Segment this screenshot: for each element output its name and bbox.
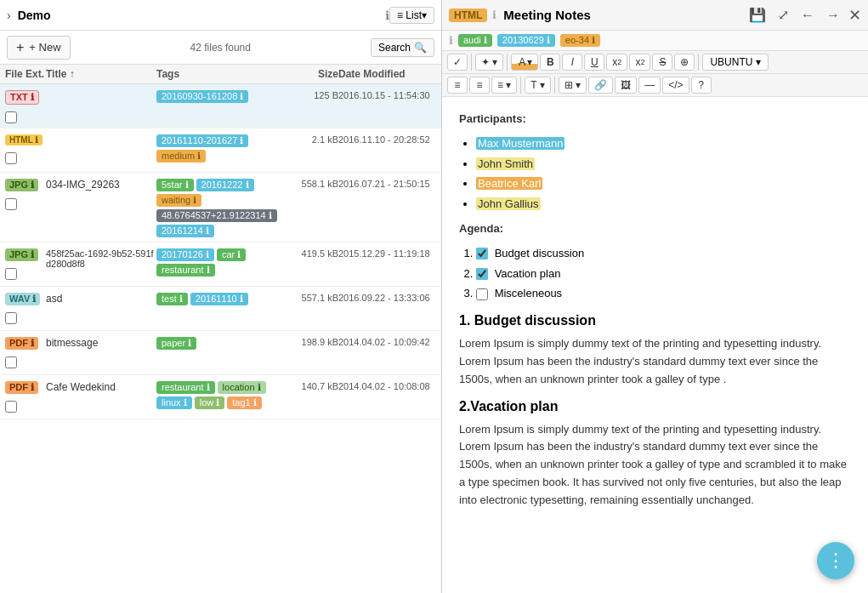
list-item: Budget discussion xyxy=(476,245,851,263)
cell-ext: TXT ℹ xyxy=(5,88,46,123)
cell-size: 419.5 kB xyxy=(287,247,338,259)
tag-badge[interactable]: 20161214 ℹ xyxy=(156,225,214,237)
search-area[interactable]: Search 🔍 xyxy=(371,38,434,57)
agenda-item-label: Budget discussion xyxy=(495,247,585,259)
superscript-button[interactable]: x2 xyxy=(606,54,627,71)
html-badge[interactable]: HTML xyxy=(449,9,487,22)
ordered-list-button[interactable]: ≡ xyxy=(469,77,490,94)
col-title-header[interactable]: Title ↑ xyxy=(46,68,156,80)
list-item: Misceleneous xyxy=(476,285,851,303)
forward-icon[interactable]: → xyxy=(823,6,843,25)
tag-badge[interactable]: tag1 ℹ xyxy=(227,396,261,409)
align-button[interactable]: ≡ ▾ xyxy=(491,77,517,94)
table-button[interactable]: ⊞ ▾ xyxy=(559,77,587,94)
tag-badge[interactable]: location ℹ xyxy=(218,381,266,394)
info-icon-right[interactable]: ℹ xyxy=(492,9,496,21)
table-row: HTML ℹ 20161110-201627 ℹ medium ℹ 2.1 kB… xyxy=(0,128,441,173)
row-checkbox[interactable] xyxy=(5,111,17,123)
participants-list: Max Mustermann John Smith Beatrice Karl … xyxy=(459,135,851,214)
editor-area[interactable]: Participants: Max Mustermann John Smith … xyxy=(442,97,868,593)
doc-info-icon[interactable]: ℹ xyxy=(449,34,453,47)
tag-date[interactable]: 20130629 ℹ xyxy=(497,34,555,47)
agenda-checkbox[interactable] xyxy=(476,268,488,280)
agenda-label: Agenda: xyxy=(459,220,851,238)
close-button[interactable]: ✕ xyxy=(848,6,861,25)
file-list: TXT ℹ 20160930-161208 ℹ 125 B 2016.10.15… xyxy=(0,84,441,593)
tag-badge[interactable]: 20161110 ℹ xyxy=(190,293,248,305)
cell-date: 2015.12.29 - 11:19:18 xyxy=(338,247,436,259)
back-icon[interactable]: ← xyxy=(797,6,818,25)
new-button[interactable]: + + New xyxy=(7,36,71,60)
tag-badge[interactable]: low ℹ xyxy=(195,396,225,409)
ext-badge[interactable]: PDF ℹ xyxy=(5,381,38,394)
formatting-toolbar-2: ≡ ≡ ≡ ▾ T ▾ ⊞ ▾ 🔗 🖼 — </> ? xyxy=(442,74,868,97)
subscript-button[interactable]: x2 xyxy=(629,54,650,71)
underline-button[interactable]: U xyxy=(584,54,604,71)
row-checkbox[interactable] xyxy=(5,152,17,164)
tag-badge[interactable]: medium ℹ xyxy=(156,150,206,163)
tag-badge[interactable]: 20170126 ℹ xyxy=(156,248,214,261)
tag-badge[interactable]: car ℹ xyxy=(217,248,246,261)
fab-button[interactable]: ⋮ xyxy=(817,542,854,579)
font-size-button[interactable]: T ▾ xyxy=(525,77,550,94)
document-tags: ℹ audi ℹ 20130629 ℹ eo-34 ℹ xyxy=(442,31,868,51)
row-checkbox[interactable] xyxy=(5,401,17,413)
expand-icon[interactable]: › xyxy=(7,9,11,22)
cell-ext: PDF ℹ xyxy=(5,379,46,413)
link-button[interactable]: 🔗 xyxy=(588,77,613,94)
col-ext-header: File Ext. xyxy=(5,68,46,80)
ext-badge[interactable]: JPG ℹ xyxy=(5,179,38,191)
italic-button[interactable]: I xyxy=(562,54,582,71)
magic-button[interactable]: ✦ ▾ xyxy=(475,54,503,71)
tag-badge[interactable]: test ℹ xyxy=(156,293,188,305)
ext-badge[interactable]: PDF ℹ xyxy=(5,337,38,350)
list-item: John Smith xyxy=(476,156,851,174)
ext-badge[interactable]: TXT ℹ xyxy=(5,90,39,105)
tag-badge[interactable]: paper ℹ xyxy=(156,337,196,350)
agenda-checkbox[interactable] xyxy=(476,248,488,259)
tag-badge[interactable]: waiting ℹ xyxy=(156,194,201,207)
list-view-button[interactable]: ≡ List▾ xyxy=(389,7,434,24)
agenda-checkbox[interactable] xyxy=(476,288,488,300)
strikethrough-button[interactable]: S xyxy=(652,54,672,71)
unordered-list-button[interactable]: ≡ xyxy=(447,77,468,94)
tag-badge[interactable]: 48.6764537+21.9122314 ℹ xyxy=(156,209,277,222)
tag-badge[interactable]: 20160930-161208 ℹ xyxy=(156,90,248,103)
font-color-button[interactable]: A ▾ xyxy=(511,54,538,71)
tag-badge[interactable]: 5star ℹ xyxy=(156,179,194,191)
table-row: JPG ℹ 034-IMG_29263 5star ℹ 20161222 ℹ w… xyxy=(0,173,441,242)
file-count: 42 files found xyxy=(71,42,371,54)
participant-name: Beatrice Karl xyxy=(476,177,542,190)
tag-badge[interactable]: linux ℹ xyxy=(156,396,192,409)
tag-badge[interactable]: restaurant ℹ xyxy=(156,381,215,394)
expand-icon[interactable]: ⤢ xyxy=(774,5,792,25)
image-button[interactable]: 🖼 xyxy=(615,77,637,94)
row-checkbox[interactable] xyxy=(5,198,17,210)
hr-button[interactable]: — xyxy=(638,77,661,94)
font-name-button[interactable]: UBUNTU ▾ xyxy=(702,54,768,71)
tag-badge[interactable]: 20161222 ℹ xyxy=(196,179,254,191)
tag-audi[interactable]: audi ℹ xyxy=(458,34,492,47)
participant-name: Max Mustermann xyxy=(476,137,564,150)
code-button[interactable]: </> xyxy=(662,77,689,94)
tag-eo34[interactable]: eo-34 ℹ xyxy=(560,34,600,47)
cell-tags: 20170126 ℹ car ℹ restaurant ℹ xyxy=(156,247,287,277)
col-tags-header: Tags xyxy=(156,68,287,80)
row-checkbox[interactable] xyxy=(5,356,17,368)
row-checkbox[interactable] xyxy=(5,268,17,280)
tag-badge[interactable]: restaurant ℹ xyxy=(156,264,215,277)
tag-badge[interactable]: 20161110-201627 ℹ xyxy=(156,134,248,147)
bold-button[interactable]: B xyxy=(540,54,560,71)
row-checkbox[interactable] xyxy=(5,312,17,324)
right-topbar: HTML ℹ Meeting Notes 💾 ⤢ ← → ✕ xyxy=(442,0,868,31)
check-button[interactable]: ✓ xyxy=(447,54,468,71)
cell-size: 198.9 kB xyxy=(287,335,338,347)
save-icon[interactable]: 💾 xyxy=(746,5,769,25)
cell-date: 2014.04.02 - 10:09:42 xyxy=(338,335,436,347)
special-button[interactable]: ⊕ xyxy=(674,54,695,71)
ext-badge[interactable]: HTML ℹ xyxy=(5,134,43,145)
ext-badge[interactable]: WAV ℹ xyxy=(5,293,40,305)
ext-badge[interactable]: JPG ℹ xyxy=(5,248,38,261)
help-button[interactable]: ? xyxy=(691,77,712,94)
agenda-list: Budget discussion Vacation plan Miscelen… xyxy=(459,245,851,303)
